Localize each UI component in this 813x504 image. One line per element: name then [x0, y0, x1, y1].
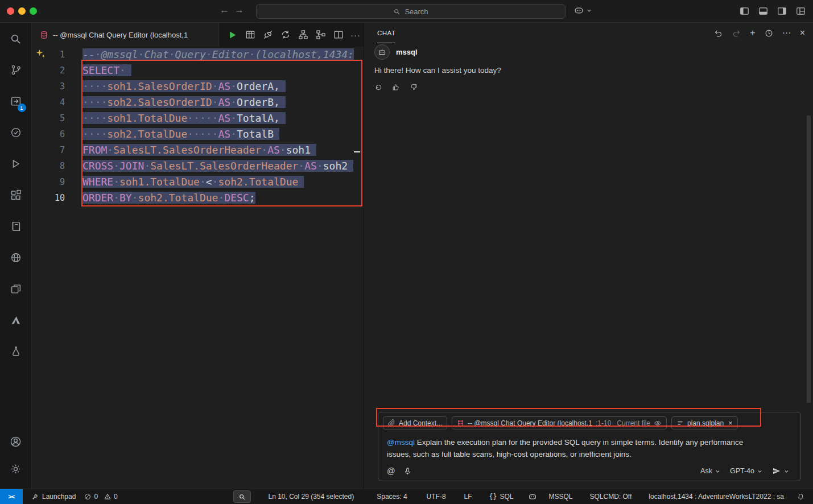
- new-chat-button[interactable]: +: [750, 28, 755, 38]
- code-token: WHERE: [82, 176, 113, 188]
- actual-plan-icon[interactable]: [315, 29, 327, 40]
- editor-body[interactable]: 1--·@mssql·Chat·Query·Editor·(localhost,…: [32, 47, 364, 489]
- activity-extensions-button[interactable]: [7, 188, 25, 203]
- change-connection-icon[interactable]: [280, 29, 291, 40]
- code-token: AS: [218, 112, 230, 124]
- connect-icon[interactable]: [262, 29, 274, 40]
- code-token: ····: [82, 112, 107, 124]
- flask-icon: [10, 345, 22, 358]
- launchpad-icon: [31, 493, 39, 501]
- toggle-panel-icon[interactable]: [758, 6, 769, 16]
- notifications-button[interactable]: [797, 493, 805, 501]
- thumbs-down-icon[interactable]: [409, 83, 418, 92]
- mention-button[interactable]: @: [387, 466, 395, 476]
- activity-sql-projects-button[interactable]: [7, 344, 25, 359]
- code-token: ·····: [187, 128, 218, 140]
- language-mode[interactable]: {}SQL: [489, 493, 514, 501]
- problems-indicator[interactable]: 0 0: [84, 493, 121, 501]
- activity-remote-explorer-button[interactable]: [7, 282, 25, 296]
- activity-source-control-button[interactable]: [7, 63, 25, 77]
- chat-history-icon[interactable]: [764, 28, 774, 38]
- code-token: soh2: [323, 160, 348, 172]
- microphone-icon[interactable]: [403, 467, 412, 476]
- send-button[interactable]: [772, 466, 789, 476]
- add-context-button[interactable]: Add Context...: [383, 416, 447, 429]
- error-icon: [84, 493, 92, 501]
- remote-indicator[interactable]: ><: [0, 489, 23, 504]
- code-line[interactable]: 7FROM·SalesLT.SalesOrderHeader·AS·soh1: [32, 142, 364, 158]
- results-grid-icon[interactable]: [245, 29, 256, 40]
- chat-input-box[interactable]: Add Context... -- @mssql Chat Query Edit…: [378, 412, 801, 481]
- activity-notebook-button[interactable]: [7, 219, 25, 234]
- chat-more-actions-button[interactable]: ···: [782, 28, 791, 38]
- split-editor-icon[interactable]: [333, 29, 344, 40]
- customize-layout-icon[interactable]: [795, 6, 806, 16]
- code-token: OrderB,: [237, 96, 280, 108]
- message-text: Hi there! How can I assist you today?: [374, 66, 803, 75]
- code-token: soh2.TotalDue: [107, 128, 187, 140]
- connection-status[interactable]: localhost,1434 : AdventureWorksLT2022 : …: [649, 493, 784, 501]
- sqlcmd-status[interactable]: SQLCMD: Off: [590, 493, 632, 501]
- prompt-text[interactable]: @mssql Explain the execution plan for th…: [387, 436, 751, 460]
- indentation-indicator[interactable]: Spaces: 4: [377, 493, 407, 501]
- mode-selector[interactable]: Ask: [700, 467, 720, 475]
- cursor-position[interactable]: Ln 10, Col 29 (354 selected): [268, 493, 354, 501]
- toggle-primary-sidebar-icon[interactable]: [739, 6, 750, 16]
- redo-icon[interactable]: [732, 28, 741, 38]
- code-line[interactable]: 2SELECT·: [32, 63, 364, 79]
- estimated-plan-icon[interactable]: [298, 29, 309, 40]
- activity-run-debug-button[interactable]: [7, 156, 25, 171]
- context-file-chip[interactable]: -- @mssql Chat Query Editor (localhost,1…: [452, 416, 667, 429]
- run-query-button[interactable]: [226, 29, 238, 41]
- activity-azure-button[interactable]: [7, 313, 25, 328]
- code-line[interactable]: 10ORDER·BY·soh2.TotalDue·DESC;: [32, 190, 364, 206]
- regenerate-icon[interactable]: [374, 83, 383, 92]
- more-actions-button[interactable]: ···: [350, 30, 361, 40]
- code-line[interactable]: 6····soh2.TotalDue·····AS·TotalB: [32, 126, 364, 142]
- code-token: AS: [218, 96, 230, 108]
- code-token: soh1: [286, 144, 311, 156]
- editor-tab[interactable]: -- @mssql Chat Query Editor (localhost,1: [32, 23, 219, 47]
- code-line[interactable]: 5····soh1.TotalDue·····AS·TotalA,: [32, 110, 364, 126]
- activity-mssql-button[interactable]: 1: [7, 94, 25, 109]
- launchpad-button[interactable]: Launchpad: [31, 493, 76, 501]
- zoom-indicator[interactable]: [233, 490, 251, 503]
- copilot-status-button[interactable]: [528, 492, 537, 501]
- model-selector[interactable]: GPT-4o: [730, 467, 762, 475]
- copilot-menu-button[interactable]: [573, 5, 592, 16]
- close-window-button[interactable]: [7, 7, 14, 15]
- context-plan-chip[interactable]: plan.sqlplan ×: [671, 416, 738, 429]
- code-token: ·: [212, 96, 218, 108]
- minimize-window-button[interactable]: [18, 7, 26, 15]
- undo-icon[interactable]: [713, 28, 723, 38]
- account-button[interactable]: [7, 434, 25, 449]
- eye-icon[interactable]: [654, 419, 662, 427]
- code-line[interactable]: 3····soh1.SalesOrderID·AS·OrderA,: [32, 79, 364, 94]
- remove-context-icon[interactable]: ×: [728, 419, 733, 427]
- activity-checklist-button[interactable]: [7, 125, 25, 140]
- settings-button[interactable]: [7, 461, 25, 476]
- code-token: ·: [206, 48, 212, 60]
- chat-panel-title[interactable]: CHAT: [377, 23, 395, 43]
- toggle-secondary-sidebar-icon[interactable]: [777, 6, 787, 16]
- mention-chip[interactable]: @mssql: [387, 438, 415, 447]
- scrollbar[interactable]: [807, 115, 811, 403]
- navigate-back-button[interactable]: ←: [220, 5, 229, 16]
- code-line[interactable]: 4····soh2.SalesOrderID·AS·OrderB,: [32, 94, 364, 110]
- code-line[interactable]: 8CROSS·JOIN·SalesLT.SalesOrderHeader·AS·…: [32, 158, 364, 174]
- close-chat-button[interactable]: ×: [800, 28, 805, 38]
- mssql-status[interactable]: MSSQL: [548, 493, 572, 501]
- activity-search-button[interactable]: [7, 31, 25, 46]
- thumbs-up-icon[interactable]: [391, 83, 401, 92]
- globe-icon: [10, 251, 22, 264]
- code-line[interactable]: 9WHERE·soh1.TotalDue·<·soh2.TotalDue: [32, 174, 364, 190]
- activity-github-button[interactable]: [7, 250, 25, 265]
- navigate-forward-button[interactable]: →: [234, 5, 244, 16]
- command-center-search[interactable]: Search: [256, 4, 566, 19]
- eol-indicator[interactable]: LF: [464, 493, 472, 501]
- code-token: ·: [212, 176, 218, 188]
- code-line[interactable]: 1--·@mssql·Chat·Query·Editor·(localhost,…: [32, 47, 364, 63]
- encoding-indicator[interactable]: UTF-8: [427, 493, 446, 501]
- zoom-window-button[interactable]: [30, 7, 37, 15]
- code-token: SalesLT.SalesOrderHeader: [150, 160, 298, 172]
